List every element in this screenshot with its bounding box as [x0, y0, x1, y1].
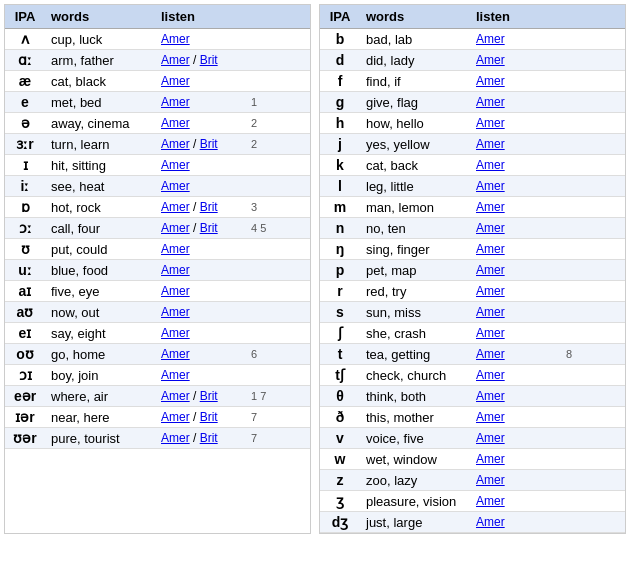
listen-cell: Amer	[470, 302, 560, 323]
table-row: ɑːarm, fatherAmer / Brit	[5, 50, 310, 71]
amer-link[interactable]: Amer	[476, 305, 505, 319]
notes-cell	[245, 302, 310, 323]
words-cell: turn, learn	[45, 134, 155, 155]
amer-link[interactable]: Amer	[161, 347, 190, 361]
amer-link[interactable]: Amer	[161, 74, 190, 88]
brit-link[interactable]: Brit	[200, 431, 218, 445]
amer-link[interactable]: Amer	[161, 431, 190, 445]
words-cell: voice, five	[360, 428, 470, 449]
listen-cell: Amer / Brit	[155, 50, 245, 71]
words-cell: call, four	[45, 218, 155, 239]
amer-link[interactable]: Amer	[161, 53, 190, 67]
table-row: hhow, helloAmer	[320, 113, 625, 134]
amer-link[interactable]: Amer	[476, 284, 505, 298]
amer-link[interactable]: Amer	[476, 431, 505, 445]
amer-link[interactable]: Amer	[161, 221, 190, 235]
notes-cell	[245, 281, 310, 302]
listen-cell: Amer	[470, 428, 560, 449]
words-cell: hit, sitting	[45, 155, 155, 176]
amer-link[interactable]: Amer	[161, 284, 190, 298]
ipa-symbol: t	[320, 344, 360, 365]
amer-link[interactable]: Amer	[476, 242, 505, 256]
table-row: rred, tryAmer	[320, 281, 625, 302]
notes-cell	[245, 155, 310, 176]
ipa-symbol: aʊ	[5, 302, 45, 323]
amer-link[interactable]: Amer	[161, 389, 190, 403]
amer-link[interactable]: Amer	[161, 326, 190, 340]
amer-link[interactable]: Amer	[161, 263, 190, 277]
amer-link[interactable]: Amer	[476, 32, 505, 46]
words-cell: put, could	[45, 239, 155, 260]
listen-cell: Amer	[470, 155, 560, 176]
table-row: nno, tenAmer	[320, 218, 625, 239]
listen-cell: Amer	[470, 323, 560, 344]
brit-link[interactable]: Brit	[200, 200, 218, 214]
brit-link[interactable]: Brit	[200, 389, 218, 403]
listen-cell: Amer	[470, 113, 560, 134]
amer-link[interactable]: Amer	[476, 389, 505, 403]
ipa-symbol: ɔː	[5, 218, 45, 239]
table-row: dʒjust, largeAmer	[320, 512, 625, 533]
table-row: ðthis, motherAmer	[320, 407, 625, 428]
amer-link[interactable]: Amer	[476, 410, 505, 424]
amer-link[interactable]: Amer	[161, 95, 190, 109]
amer-link[interactable]: Amer	[476, 158, 505, 172]
brit-link[interactable]: Brit	[200, 221, 218, 235]
amer-link[interactable]: Amer	[161, 242, 190, 256]
words-cell: check, church	[360, 365, 470, 386]
brit-link[interactable]: Brit	[200, 410, 218, 424]
amer-link[interactable]: Amer	[476, 347, 505, 361]
table-row: eərwhere, airAmer / Brit1 7	[5, 386, 310, 407]
amer-link[interactable]: Amer	[476, 116, 505, 130]
words-cell: no, ten	[360, 218, 470, 239]
amer-link[interactable]: Amer	[476, 368, 505, 382]
amer-link[interactable]: Amer	[161, 158, 190, 172]
separator: /	[190, 431, 200, 445]
amer-link[interactable]: Amer	[476, 473, 505, 487]
notes-cell: 8	[560, 344, 625, 365]
listen-cell: Amer	[470, 365, 560, 386]
amer-link[interactable]: Amer	[476, 515, 505, 529]
amer-link[interactable]: Amer	[476, 221, 505, 235]
amer-link[interactable]: Amer	[476, 95, 505, 109]
ipa-symbol: ɑː	[5, 50, 45, 71]
ipa-symbol: iː	[5, 176, 45, 197]
amer-link[interactable]: Amer	[161, 368, 190, 382]
amer-link[interactable]: Amer	[476, 179, 505, 193]
amer-link[interactable]: Amer	[161, 116, 190, 130]
notes-cell	[245, 50, 310, 71]
amer-link[interactable]: Amer	[476, 53, 505, 67]
amer-link[interactable]: Amer	[161, 305, 190, 319]
amer-link[interactable]: Amer	[476, 452, 505, 466]
brit-link[interactable]: Brit	[200, 53, 218, 67]
words-cell: hot, rock	[45, 197, 155, 218]
ipa-symbol: ɪ	[5, 155, 45, 176]
amer-link[interactable]: Amer	[476, 137, 505, 151]
listen-cell: Amer	[470, 218, 560, 239]
listen-cell: Amer	[470, 491, 560, 512]
amer-link[interactable]: Amer	[476, 263, 505, 277]
amer-link[interactable]: Amer	[476, 326, 505, 340]
ipa-symbol: ʒ	[320, 491, 360, 512]
amer-link[interactable]: Amer	[161, 200, 190, 214]
table-row: ʊput, couldAmer	[5, 239, 310, 260]
listen-cell: Amer	[470, 134, 560, 155]
notes-cell	[560, 491, 625, 512]
amer-link[interactable]: Amer	[476, 74, 505, 88]
notes-cell	[245, 29, 310, 50]
amer-link[interactable]: Amer	[161, 137, 190, 151]
amer-link[interactable]: Amer	[476, 200, 505, 214]
amer-link[interactable]: Amer	[161, 179, 190, 193]
listen-cell: Amer	[470, 281, 560, 302]
ipa-symbol: θ	[320, 386, 360, 407]
table-row: ɪərnear, hereAmer / Brit7	[5, 407, 310, 428]
table-row: oʊgo, homeAmer6	[5, 344, 310, 365]
listen-cell: Amer	[155, 71, 245, 92]
amer-link[interactable]: Amer	[161, 410, 190, 424]
brit-link[interactable]: Brit	[200, 137, 218, 151]
amer-link[interactable]: Amer	[476, 494, 505, 508]
notes-cell	[560, 239, 625, 260]
notes-cell: 4 5	[245, 218, 310, 239]
right-header-words: words	[360, 5, 470, 29]
amer-link[interactable]: Amer	[161, 32, 190, 46]
